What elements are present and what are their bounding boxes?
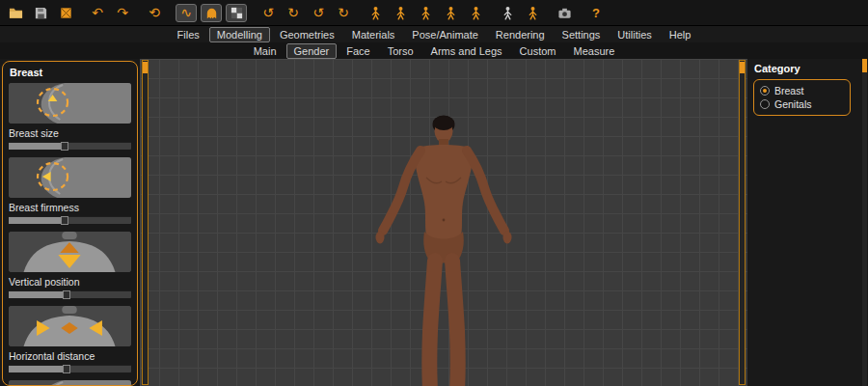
breast-group-box: Breast Breast sizeBreast firmnessVertica… [2, 61, 138, 386]
breast-size-thumbnail[interactable] [9, 83, 131, 124]
slider-fill [9, 291, 67, 298]
rotate-up-icon[interactable]: ↺ [308, 4, 329, 22]
radio-label: Breast [774, 85, 803, 96]
slider-track[interactable] [9, 365, 131, 372]
undo-icon[interactable]: ↶ [87, 4, 108, 22]
right-panel: Category BreastGenitals [747, 59, 868, 386]
sub-tab-measure[interactable]: Measure [566, 43, 623, 59]
menu-tab-help[interactable]: Help [662, 27, 699, 42]
sub-tab-gender[interactable]: Gender [286, 43, 338, 59]
menu-tab-modelling[interactable]: Modelling [209, 27, 270, 42]
modifier-vertical-position: Vertical position [9, 232, 131, 299]
rotate-right-icon[interactable]: ↻ [283, 4, 304, 22]
viewport-vertical-slider-left[interactable] [142, 60, 149, 385]
viewport-3d[interactable] [140, 59, 747, 386]
breast-firmness-thumbnail[interactable] [9, 157, 131, 198]
slider-handle[interactable] [61, 216, 68, 225]
menu-tab-rendering[interactable]: Rendering [488, 27, 553, 42]
category-options: BreastGenitals [753, 79, 851, 116]
grab-screenshot-icon[interactable] [554, 4, 575, 22]
modifier-horizontal-distance: Horizontal distance [9, 306, 131, 373]
human-model[interactable] [359, 114, 529, 386]
horizontal-distance-label: Horizontal distance [9, 350, 131, 362]
modifier-breast-firmness: Breast firmness [9, 157, 131, 225]
slider-track[interactable] [9, 290, 131, 298]
slider-handle[interactable] [61, 142, 68, 151]
front-view-icon[interactable] [365, 4, 386, 22]
slider-handle[interactable] [63, 290, 70, 299]
viewport-slider-handle-right[interactable] [740, 62, 745, 73]
save-model-icon[interactable] [30, 4, 51, 22]
right-scrollbar-handle[interactable] [862, 59, 867, 72]
right-panel-title: Category [754, 63, 862, 74]
vertical-position-label: Vertical position [9, 276, 131, 288]
toolbar: ↶↷⟲∿↺↻↺↻? [0, 0, 868, 26]
menu-tab-utilities[interactable]: Utilities [610, 27, 659, 42]
help-icon[interactable]: ? [585, 4, 607, 22]
background-toggle[interactable] [226, 4, 247, 22]
horizontal-distance-thumbnail[interactable] [9, 306, 131, 346]
vertical-position-thumbnail[interactable] [9, 232, 131, 272]
smooth-shading-toggle[interactable]: ∿ [176, 4, 197, 22]
slider-list: Breast sizeBreast firmnessVertical posit… [9, 83, 131, 386]
modifier-extra [9, 380, 131, 386]
content-area: Breast Breast sizeBreast firmnessVertica… [0, 59, 868, 386]
modifier-breast-size: Breast size [9, 83, 131, 151]
menu-tab-files[interactable]: Files [170, 27, 207, 42]
export-icon[interactable] [55, 4, 76, 22]
viewport-slider-handle-left[interactable] [143, 62, 148, 73]
left-panel: Breast Breast sizeBreast firmnessVertica… [0, 59, 140, 386]
radio-icon [760, 86, 770, 96]
makehuman-window: ↶↷⟲∿↺↻↺↻? FilesModellingGeometriesMateri… [0, 0, 868, 386]
sub-tab-arms-and-legs[interactable]: Arms and Legs [423, 43, 510, 59]
extra-thumbnail[interactable] [9, 380, 131, 386]
horizontal-distance-slider[interactable] [9, 365, 131, 373]
breast-size-label: Breast size [9, 127, 131, 139]
slider-fill [9, 143, 65, 150]
load-model-icon[interactable] [5, 4, 26, 22]
menu-tab-settings[interactable]: Settings [555, 27, 609, 42]
radio-genitals[interactable]: Genitals [760, 98, 844, 110]
breast-firmness-label: Breast firmness [9, 202, 131, 213]
breast-firmness-slider[interactable] [9, 216, 131, 225]
vertical-position-slider[interactable] [9, 290, 131, 299]
top-view-icon[interactable] [440, 4, 461, 22]
breast-size-slider[interactable] [9, 142, 131, 151]
sub-tab-custom[interactable]: Custom [512, 43, 564, 59]
sub-tabs: MainGenderFaceTorsoArms and LegsCustomMe… [0, 42, 868, 59]
slider-track[interactable] [9, 216, 131, 224]
slider-handle[interactable] [63, 365, 70, 373]
sub-tab-torso[interactable]: Torso [380, 43, 421, 59]
radio-icon [760, 99, 770, 109]
left-panel-title: Breast [10, 67, 131, 78]
radio-breast[interactable]: Breast [760, 85, 844, 96]
right-scrollbar[interactable] [862, 59, 867, 386]
side-view-icon[interactable] [415, 4, 436, 22]
slider-fill [9, 366, 67, 372]
radio-label: Genitals [774, 98, 812, 110]
skeleton-icon[interactable] [497, 4, 518, 22]
menu-tabs: FilesModellingGeometriesMaterialsPose/An… [0, 26, 868, 42]
slider-track[interactable] [9, 142, 131, 150]
rotate-left-icon[interactable]: ↺ [258, 4, 279, 22]
slider-fill [9, 217, 65, 224]
sub-tab-main[interactable]: Main [246, 43, 285, 59]
pose-view-icon[interactable] [465, 4, 486, 22]
pose-icon[interactable] [522, 4, 543, 22]
refresh-icon[interactable]: ⟲ [144, 4, 165, 22]
menu-tab-materials[interactable]: Materials [344, 27, 403, 42]
viewport-vertical-slider-right[interactable] [739, 60, 746, 385]
subdivide-toggle[interactable] [201, 4, 222, 22]
menu-tab-pose-animate[interactable]: Pose/Animate [404, 27, 485, 42]
rotate-down-icon[interactable]: ↻ [333, 4, 354, 22]
back-view-icon[interactable] [390, 4, 411, 22]
redo-icon[interactable]: ↷ [112, 4, 133, 22]
menu-tab-geometries[interactable]: Geometries [272, 27, 342, 42]
sub-tab-face[interactable]: Face [339, 43, 377, 59]
